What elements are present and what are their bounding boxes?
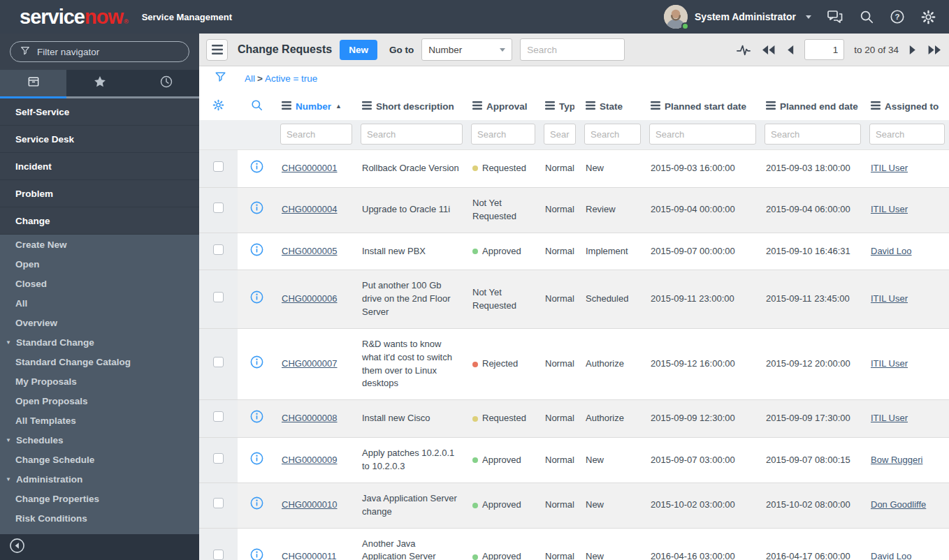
info-icon[interactable] — [249, 547, 264, 560]
change-number-link[interactable]: CHG0000010 — [282, 499, 338, 510]
change-number-link[interactable]: CHG0000005 — [282, 246, 338, 256]
column-search-input[interactable] — [765, 124, 861, 145]
tab-all-applications[interactable] — [0, 70, 66, 98]
column-header-planned-end-date[interactable]: Planned end date — [760, 91, 865, 120]
breadcrumb-funnel-icon[interactable] — [214, 71, 227, 87]
next-page-icon[interactable] — [908, 45, 918, 55]
sidebar-item-my-proposals[interactable]: My Proposals — [0, 371, 199, 391]
info-icon[interactable] — [249, 290, 264, 304]
sidebar-item-change-properties[interactable]: Change Properties — [0, 489, 199, 508]
goto-search-input[interactable] — [520, 38, 625, 61]
sidebar-item-open[interactable]: Open — [0, 254, 199, 274]
new-button[interactable]: New — [340, 40, 377, 60]
sidebar-item-open-proposals[interactable]: Open Proposals — [0, 391, 199, 411]
info-icon[interactable] — [249, 159, 264, 174]
sidebar-item-risk-conditions[interactable]: Risk Conditions — [0, 508, 199, 528]
sidebar-item-overview[interactable]: Overview — [0, 313, 199, 332]
sidebar-item-create-new[interactable]: Create New — [0, 235, 199, 254]
info-icon[interactable] — [249, 409, 264, 424]
column-search-input[interactable] — [584, 124, 641, 145]
sidebar-section-change[interactable]: Change — [0, 207, 199, 235]
activity-stream-icon[interactable] — [736, 43, 751, 57]
help-icon[interactable]: ? — [890, 9, 905, 24]
column-search-cell — [760, 120, 865, 150]
sidebar-item-change-schedule[interactable]: Change Schedule — [0, 450, 199, 469]
sidebar-item-standard-change-catalog[interactable]: Standard Change Catalog — [0, 352, 199, 371]
sidebar-item-administration[interactable]: ▼ Administration — [0, 469, 199, 489]
sidebar-section-service-desk[interactable]: Service Desk — [0, 126, 199, 153]
breadcrumb-condition-link[interactable]: Active = true — [265, 73, 317, 84]
column-header-type[interactable]: Type — [539, 91, 580, 120]
sidebar-section-self-service[interactable]: Self-Service — [0, 98, 199, 126]
info-icon[interactable] — [249, 451, 264, 466]
row-checkbox[interactable] — [213, 161, 224, 172]
collapse-sidebar-icon[interactable] — [9, 538, 25, 557]
column-header-state[interactable]: State — [580, 91, 645, 120]
column-search-input[interactable] — [869, 124, 945, 145]
assigned-to-link[interactable]: ITIL User — [871, 163, 908, 173]
assigned-to-link[interactable]: ITIL User — [871, 293, 908, 304]
row-checkbox[interactable] — [213, 244, 224, 255]
sidebar-item-all-templates[interactable]: All Templates — [0, 411, 199, 430]
breadcrumb-all-link[interactable]: All — [245, 73, 255, 84]
change-number-link[interactable]: CHG0000001 — [282, 163, 338, 173]
page-number-input[interactable] — [804, 39, 844, 60]
info-icon[interactable] — [249, 242, 264, 257]
info-icon[interactable] — [249, 496, 264, 510]
list-context-menu-button[interactable] — [206, 39, 228, 61]
sidebar-item-closed[interactable]: Closed — [0, 274, 199, 293]
settings-gear-icon[interactable] — [920, 9, 936, 25]
row-checkbox[interactable] — [213, 292, 224, 302]
assigned-to-link[interactable]: David Loo — [871, 246, 912, 256]
tab-favorites[interactable] — [66, 70, 133, 98]
column-search-input[interactable] — [280, 124, 352, 145]
info-icon[interactable] — [249, 200, 264, 215]
sidebar-item-all[interactable]: All — [0, 293, 199, 313]
column-search-input[interactable] — [649, 124, 756, 145]
assigned-to-link[interactable]: ITIL User — [871, 204, 908, 214]
filter-navigator-input[interactable]: Filter navigator — [10, 41, 189, 62]
column-search-input[interactable] — [361, 124, 463, 145]
column-search-cell — [645, 120, 760, 150]
sidebar-section-incident[interactable]: Incident — [0, 153, 199, 180]
column-header-planned-start-date[interactable]: Planned start date — [645, 91, 760, 120]
column-search-input[interactable] — [471, 124, 535, 145]
assigned-to-link[interactable]: ITIL User — [871, 413, 908, 423]
tab-history[interactable] — [133, 70, 199, 98]
change-number-link[interactable]: CHG0000011 — [282, 551, 337, 560]
column-header-approval[interactable]: Approval — [467, 91, 539, 120]
change-number-link[interactable]: CHG0000009 — [282, 455, 338, 465]
number-cell: CHG0000010 — [276, 482, 356, 528]
row-checkbox[interactable] — [213, 498, 224, 508]
column-header-assigned-to[interactable]: Assigned to — [865, 91, 949, 120]
sidebar-item-schedules[interactable]: ▼ Schedules — [0, 430, 199, 450]
change-number-link[interactable]: CHG0000008 — [282, 413, 338, 423]
previous-page-icon[interactable] — [785, 45, 795, 55]
info-icon[interactable] — [249, 355, 264, 369]
row-checkbox[interactable] — [213, 357, 224, 367]
assigned-to-link[interactable]: ITIL User — [871, 358, 908, 369]
assigned-to-link[interactable]: David Loo — [871, 551, 912, 560]
global-search-icon[interactable] — [859, 9, 874, 24]
personalize-list-button[interactable] — [199, 91, 238, 120]
change-number-link[interactable]: CHG0000007 — [282, 358, 338, 369]
list-search-button[interactable] — [238, 91, 276, 120]
column-header-number[interactable]: Number ▲ — [276, 91, 356, 120]
change-number-link[interactable]: CHG0000006 — [282, 293, 338, 304]
sidebar-item-standard-change[interactable]: ▼ Standard Change — [0, 332, 199, 352]
change-number-link[interactable]: CHG0000004 — [282, 204, 338, 214]
assigned-to-link[interactable]: Don Goodliffe — [871, 499, 926, 510]
sidebar-section-problem[interactable]: Problem — [0, 180, 199, 207]
user-menu[interactable]: System Administrator — [664, 5, 811, 29]
column-search-input[interactable] — [544, 124, 576, 145]
column-header-short-description[interactable]: Short description — [356, 91, 467, 120]
row-checkbox[interactable] — [213, 202, 224, 213]
row-checkbox[interactable] — [213, 411, 224, 422]
goto-field-select[interactable]: Number — [421, 38, 512, 61]
first-page-icon[interactable] — [761, 45, 776, 55]
last-page-icon[interactable] — [927, 45, 942, 55]
row-checkbox[interactable] — [213, 550, 224, 560]
connect-chat-icon[interactable] — [827, 9, 843, 24]
assigned-to-link[interactable]: Bow Ruggeri — [871, 455, 922, 465]
row-checkbox[interactable] — [213, 453, 224, 464]
